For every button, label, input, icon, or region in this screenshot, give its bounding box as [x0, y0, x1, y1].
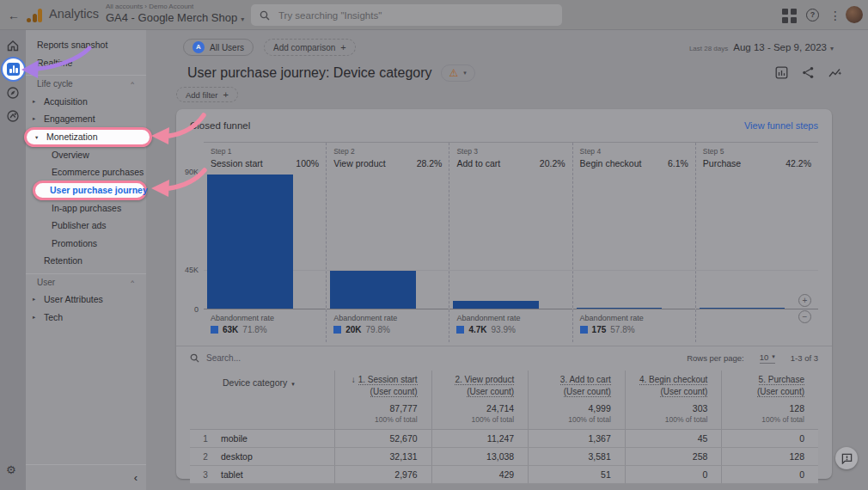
cell: 45	[625, 430, 722, 448]
caret-down-icon: ▾	[463, 70, 467, 77]
funnel-report-card: Closed funnel View funnel steps 90K 45K …	[176, 109, 832, 479]
chevron-up-icon: ^	[131, 274, 134, 291]
chevron-up-icon: ^	[131, 76, 134, 93]
home-icon[interactable]	[6, 39, 20, 52]
step-pct: 42.2%	[785, 158, 811, 168]
report-title: User purchase journey: Device category	[187, 65, 432, 81]
row-dimension: desktop	[221, 448, 334, 466]
data-quality-badge[interactable]: ⚠▾	[441, 64, 475, 82]
advertising-icon[interactable]	[6, 109, 20, 123]
expand-icon: ▸	[33, 309, 44, 327]
expand-icon: ▸	[33, 291, 44, 309]
insights-icon[interactable]	[828, 66, 842, 79]
row-dimension: tablet	[221, 466, 334, 484]
funnel-bar[interactable]	[700, 308, 785, 309]
total-purchase: 128100% of total	[721, 401, 818, 430]
rows-per-page-select[interactable]: 10▾	[760, 352, 775, 364]
table-search-input[interactable]	[206, 353, 378, 363]
legend-swatch	[580, 326, 588, 334]
sidebar-item-promotions[interactable]: Promotions	[26, 235, 146, 253]
back-icon[interactable]: ←	[5, 7, 22, 24]
funnel-bar[interactable]	[453, 301, 539, 309]
plus-icon: +	[340, 42, 345, 52]
sidebar-item-engagement[interactable]: ▸Engagement	[26, 110, 146, 128]
step-name: Begin checkout	[580, 158, 642, 168]
all-users-chip[interactable]: AAll Users	[183, 39, 254, 56]
cell: 258	[625, 448, 722, 466]
cell: 429	[431, 466, 529, 484]
more-options-icon[interactable]: ⋮	[829, 8, 840, 23]
add-comparison-chip[interactable]: Add comparison+	[264, 39, 356, 56]
total-view-product: 24,714100% of total	[431, 401, 529, 430]
nav-rail: ⚙	[0, 30, 26, 490]
device-category-table: Device category▾ ↓1. Session start(User …	[190, 371, 818, 484]
user-avatar[interactable]	[846, 6, 863, 23]
collapse-sidebar-button[interactable]: ‹	[134, 471, 138, 484]
rows-per-page-label: Rows per page:	[687, 353, 744, 363]
funnel-card-title: Closed funnel	[190, 120, 250, 131]
reports-sidebar: Reports snapshot Realtime Life cycle^ ▸A…	[26, 30, 146, 490]
reports-icon[interactable]	[3, 58, 24, 80]
funnel-bar[interactable]	[330, 271, 416, 309]
caret-down-icon: ▾	[830, 45, 834, 52]
sidebar-section-life-cycle[interactable]: Life cycle^	[26, 75, 146, 93]
funnel-bar[interactable]	[207, 175, 293, 309]
view-funnel-steps-link[interactable]: View funnel steps	[744, 120, 818, 131]
sidebar-item-realtime[interactable]: Realtime	[26, 54, 146, 72]
plus-icon: +	[223, 89, 229, 100]
sidebar-item-acquisition[interactable]: ▸Acquisition	[26, 93, 146, 111]
cell: 3,581	[528, 448, 625, 466]
sidebar-item-user-attributes[interactable]: ▸User Attributes	[26, 291, 146, 309]
sidebar-section-user[interactable]: User^	[26, 273, 146, 291]
global-search-input[interactable]	[278, 10, 553, 21]
settings-gear-icon[interactable]: ⚙	[6, 463, 16, 476]
y-axis-label: 0	[194, 305, 199, 314]
sidebar-item-user-purchase-journey[interactable]: User purchase journey	[33, 181, 147, 200]
property-selector[interactable]: GA4 - Google Merch Shop▾	[106, 11, 244, 24]
caret-down-icon: ▾	[772, 353, 775, 360]
y-axis-label: 90K	[185, 168, 199, 176]
column-header-device-category[interactable]: Device category▾	[221, 371, 334, 401]
apps-grid-icon[interactable]	[782, 9, 797, 23]
feedback-button[interactable]	[835, 447, 858, 469]
cell: 128	[721, 448, 818, 466]
help-icon[interactable]: ?	[806, 9, 819, 21]
column-header-add-to-cart[interactable]: 3. Add to cart(User count)	[528, 371, 625, 401]
cell: 2,976	[334, 466, 431, 484]
sidebar-item-retention[interactable]: Retention	[26, 252, 146, 270]
table-toolbar: Rows per page: 10▾ 1-3 of 3	[176, 346, 832, 369]
sidebar-item-in-app-purchases[interactable]: In-app purchases	[26, 199, 146, 217]
sidebar-item-monetization[interactable]: ▾Monetization	[24, 127, 152, 147]
row-index: 2	[190, 448, 221, 466]
add-filter-chip[interactable]: Add filter+	[176, 87, 238, 102]
column-header-purchase[interactable]: 5. Purchase(User count)	[721, 371, 818, 401]
sidebar-item-publisher-ads[interactable]: Publisher ads	[26, 217, 146, 235]
explore-icon[interactable]	[6, 86, 20, 100]
sidebar-item-reports-snapshot[interactable]: Reports snapshot	[26, 36, 146, 54]
cell: 0	[721, 466, 818, 484]
pagination-status: 1-3 of 3	[791, 353, 818, 363]
share-icon[interactable]	[802, 66, 815, 79]
main-content: AAll Users Add comparison+ Last 28 daysA…	[146, 30, 868, 490]
column-header-begin-checkout[interactable]: 4. Begin checkout(User count)	[625, 371, 722, 401]
funnel-chart: 90K 45K 0 Step 1 Session start100% Aband…	[204, 142, 818, 342]
column-header-view-product[interactable]: 2. View product(User count)	[431, 371, 529, 401]
sidebar-item-overview[interactable]: Overview	[26, 146, 146, 164]
zoom-out-button[interactable]: −	[798, 310, 811, 323]
feedback-icon	[841, 453, 853, 464]
row-index: 3	[190, 466, 221, 484]
sidebar-item-tech[interactable]: ▸Tech	[26, 309, 146, 327]
cell: 51	[528, 466, 625, 484]
step-pct: 28.2%	[417, 158, 443, 168]
sidebar-footer: ‹	[26, 464, 146, 490]
date-range-selector[interactable]: Last 28 daysAug 13 - Sep 9, 2023▾	[689, 42, 834, 52]
cell: 11,247	[431, 430, 529, 448]
global-search[interactable]	[251, 4, 562, 26]
total-begin-checkout: 303100% of total	[625, 401, 722, 430]
funnel-step-column: Step 4 Begin checkout6.1% Abandonment ra…	[572, 143, 695, 342]
sidebar-item-ecommerce-purchases[interactable]: Ecommerce purchases	[26, 163, 146, 181]
zoom-in-button[interactable]: +	[798, 294, 811, 307]
customize-report-icon[interactable]	[775, 66, 788, 79]
funnel-bar[interactable]	[577, 308, 663, 309]
column-header-session-start[interactable]: ↓1. Session start(User count)	[334, 371, 431, 401]
